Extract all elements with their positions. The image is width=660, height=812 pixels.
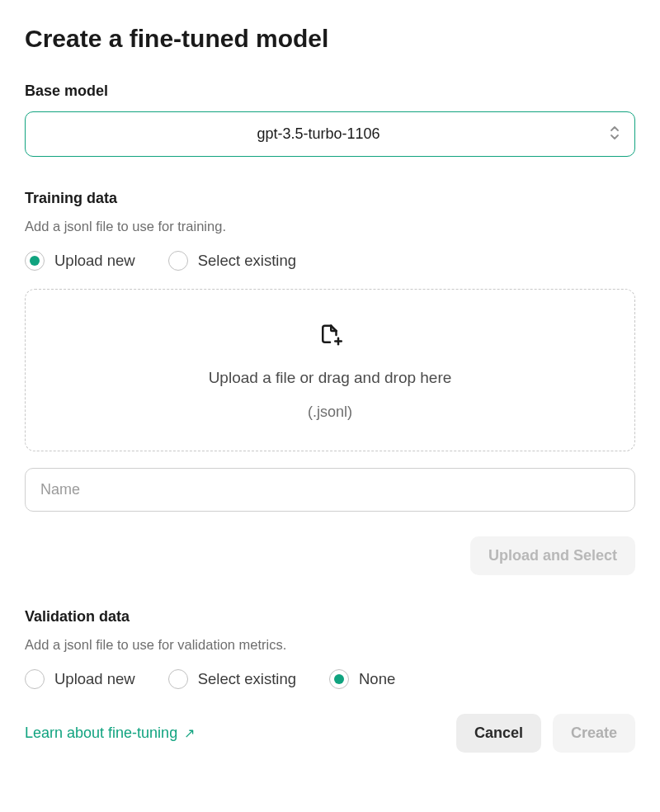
training-section: Training data Add a jsonl file to use fo… (25, 190, 635, 575)
training-description: Add a jsonl file to use for training. (25, 219, 635, 234)
radio-icon (329, 669, 349, 689)
learn-about-fine-tuning-link[interactable]: Learn about fine-tuning ↗ (25, 725, 195, 742)
training-label: Training data (25, 190, 635, 207)
radio-icon (168, 669, 188, 689)
dropzone-text: Upload a file or drag and drop here (42, 369, 618, 387)
training-select-existing-radio[interactable]: Select existing (168, 251, 296, 271)
base-model-section: Base model gpt-3.5-turbo-1106 (25, 83, 635, 157)
radio-icon (25, 669, 45, 689)
external-link-icon: ↗ (184, 725, 195, 741)
validation-section: Validation data Add a jsonl file to use … (25, 608, 635, 689)
footer: Learn about fine-tuning ↗ Cancel Create (25, 714, 635, 753)
validation-description: Add a jsonl file to use for validation m… (25, 637, 635, 653)
radio-icon (168, 251, 188, 271)
validation-label: Validation data (25, 608, 635, 626)
validation-none-label: None (359, 670, 395, 688)
base-model-value: gpt-3.5-turbo-1106 (257, 125, 380, 142)
training-upload-new-label: Upload new (54, 252, 135, 270)
validation-upload-new-radio[interactable]: Upload new (25, 669, 135, 689)
base-model-label: Base model (25, 83, 635, 100)
dropzone-subtext: (.jsonl) (42, 404, 618, 421)
validation-select-existing-label: Select existing (198, 670, 296, 688)
training-actions: Upload and Select (25, 536, 635, 575)
page-title: Create a fine-tuned model (25, 25, 635, 53)
upload-and-select-button[interactable]: Upload and Select (470, 536, 635, 575)
training-select-existing-label: Select existing (198, 252, 296, 270)
cancel-button[interactable]: Cancel (456, 714, 541, 753)
base-model-select-wrapper: gpt-3.5-turbo-1106 (25, 111, 635, 157)
learn-link-text: Learn about fine-tuning (25, 725, 177, 742)
file-add-icon (318, 323, 342, 351)
radio-icon (25, 251, 45, 271)
validation-select-existing-radio[interactable]: Select existing (168, 669, 296, 689)
training-dropzone[interactable]: Upload a file or drag and drop here (.js… (25, 289, 635, 451)
base-model-select[interactable]: gpt-3.5-turbo-1106 (25, 111, 635, 157)
validation-radio-group: Upload new Select existing None (25, 669, 635, 689)
training-radio-group: Upload new Select existing (25, 251, 635, 271)
training-upload-new-radio[interactable]: Upload new (25, 251, 135, 271)
create-button[interactable]: Create (553, 714, 635, 753)
validation-upload-new-label: Upload new (54, 670, 135, 688)
validation-none-radio[interactable]: None (329, 669, 395, 689)
footer-actions: Cancel Create (456, 714, 635, 753)
training-name-input[interactable] (25, 468, 635, 512)
